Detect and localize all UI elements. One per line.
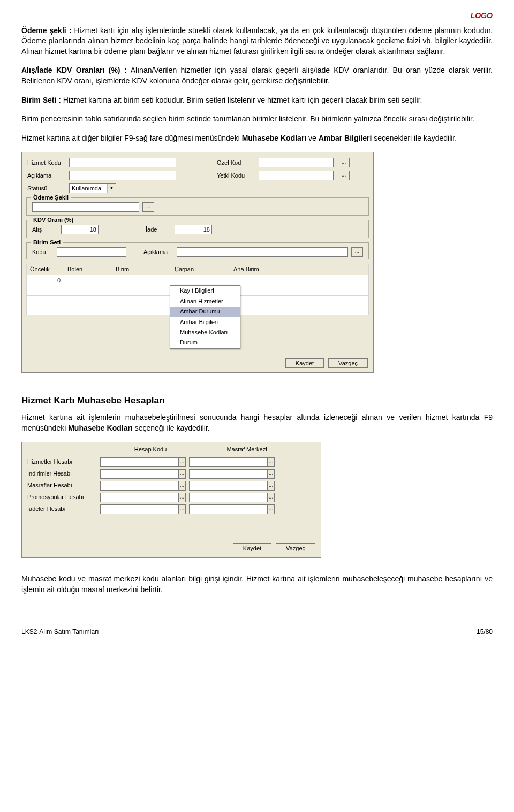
label-iade: İade — [146, 226, 162, 234]
vazgec-button[interactable]: Vazgeç — [328, 358, 368, 368]
s2-b: Muhasebe Kodları — [68, 424, 133, 432]
menu-item-durum[interactable]: Durum — [170, 338, 240, 348]
masraflar-hesap-input[interactable] — [100, 481, 178, 491]
paragraph-birim-seti: Birim Seti : Hizmet kartına ait birim se… — [21, 95, 493, 106]
odeme-sekli-group: Ödeme Şekli ... — [26, 197, 369, 216]
lead-kdv-oranlari: Alış/İade KDV Oranları (%) : — [21, 66, 131, 74]
legend-odeme-sekli: Ödeme Şekli — [31, 194, 71, 202]
row-label-hizmetler: Hizmetler Hesabı — [27, 458, 97, 466]
indirimler-masraf-input[interactable] — [189, 469, 267, 479]
kdv-orani-group: KDV Oranı (%) Alış İade — [26, 220, 369, 238]
yetki-kodu-lookup-button[interactable]: ... — [338, 171, 350, 180]
th-oncelik: Öncelik — [27, 264, 64, 275]
paragraph-muhasebe-intro: Hizmet kartına ait işlemlerin muhasebele… — [21, 412, 493, 433]
legend-kdv-orani: KDV Oranı (%) — [31, 216, 75, 224]
iadeler-hesap-input[interactable] — [100, 504, 178, 514]
promosyonlar-hesap-lookup[interactable]: ... — [178, 493, 186, 502]
ozel-kod-lookup-button[interactable]: ... — [338, 158, 350, 167]
birim-lookup-button[interactable]: ... — [351, 247, 363, 257]
odeme-sekli-input[interactable] — [32, 202, 139, 212]
birim-kodu-input[interactable] — [57, 247, 126, 257]
row-label-indirimler: İndirimler Hesabı — [27, 470, 97, 478]
s2-c: seçeneği ile kaydedilir. — [133, 424, 210, 432]
paragraph-f9-menu: Hizmet kartına ait diğer bilgiler F9-sağ… — [21, 133, 493, 144]
label-kodu: Kodu — [32, 248, 54, 256]
lead-odeme-sekli: Ödeme şekli : — [21, 26, 74, 35]
menu-item-muhasebe-kodlari[interactable]: Muhasebe Kodları — [170, 327, 240, 338]
p5-b: Muhasebe Kodları — [242, 134, 307, 142]
acc-vazgec-button[interactable]: Vazgeç — [276, 543, 315, 553]
footer-page: 15/80 — [477, 627, 493, 637]
masraflar-masraf-input[interactable] — [189, 481, 267, 491]
th-bolen: Bölen — [64, 264, 112, 275]
kaydet-button[interactable]: Kaydet — [285, 358, 324, 368]
muhasebe-kodlari-dialog: Hesap Kodu Masraf Merkezi Hizmetler Hesa… — [21, 442, 321, 558]
th-ana-birim: Ana Birim — [230, 264, 369, 275]
iade-input[interactable] — [175, 225, 212, 234]
label-yetki-kodu: Yetki Kodu — [217, 172, 254, 180]
p5-c: ve — [306, 134, 319, 142]
indirimler-hesap-lookup[interactable]: ... — [178, 469, 186, 479]
text-birim-seti: Hizmet kartına ait birim seti kodudur. B… — [63, 96, 422, 104]
hizmetler-hesap-input[interactable] — [100, 457, 178, 467]
acc-kaydet-button[interactable]: Kaydet — [233, 543, 271, 553]
statusu-dropdown[interactable]: Kullanımda ▼ — [69, 183, 116, 193]
label-statusu: Statüsü — [27, 185, 65, 193]
menu-item-ambar-bilgileri[interactable]: Ambar Bilgileri — [170, 317, 240, 327]
row-label-promosyonlar: Promosyonlar Hesabı — [27, 493, 97, 501]
header-masraf-merkezi: Masraf Merkezi — [199, 446, 295, 454]
masraflar-hesap-lookup[interactable]: ... — [178, 481, 186, 491]
cell-oncelik: 0 — [27, 275, 64, 286]
text-odeme-sekli: Hizmet kartı için alış işlemlerinde süre… — [21, 26, 493, 56]
menu-item-kayit-bilgileri[interactable]: Kayıt Bilgileri — [170, 286, 240, 296]
kaydet-rest: aydet — [299, 360, 314, 366]
context-menu[interactable]: Kayıt Bilgileri Alınan Hizmetler Ambar D… — [170, 285, 240, 348]
iadeler-masraf-input[interactable] — [189, 504, 267, 514]
yetki-kodu-input[interactable] — [259, 171, 334, 180]
hizmetler-hesap-lookup[interactable]: ... — [178, 457, 186, 467]
paragraph-birim-penceresi: Birim penceresinin tablo satırlarında se… — [21, 114, 493, 125]
hizmetler-masraf-input[interactable] — [189, 457, 267, 467]
th-birim: Birim — [112, 264, 171, 275]
promosyonlar-hesap-input[interactable] — [100, 493, 178, 502]
hizmetler-masraf-lookup[interactable]: ... — [267, 457, 275, 467]
brand-logo: LOGO — [21, 11, 493, 21]
label-aciklama2: Açıklama — [143, 248, 173, 256]
header-hesap-kodu: Hesap Kodu — [102, 446, 199, 454]
p5-d: Ambar Bilgileri — [319, 134, 372, 142]
p5-a: Hizmet kartına ait diğer bilgiler F9-sağ… — [21, 134, 242, 142]
footer-left: LKS2-Alım Satım Tanımları — [21, 627, 99, 637]
label-alis: Alış — [32, 226, 48, 234]
hizmet-kodu-input[interactable] — [69, 158, 176, 167]
row-label-iadeler: İadeler Hesabı — [27, 505, 97, 513]
aciklama-input[interactable] — [69, 171, 176, 180]
label-aciklama: Açıklama — [27, 172, 65, 180]
hizmet-karti-dialog: Hizmet Kodu Özel Kod ... Açıklama Yetki … — [21, 152, 374, 373]
th-carpan: Çarpan — [171, 264, 230, 275]
paragraph-kdv-oranlari: Alış/İade KDV Oranları (%) : Alınan/Veri… — [21, 65, 493, 86]
ozel-kod-input[interactable] — [259, 158, 334, 167]
iadeler-hesap-lookup[interactable]: ... — [178, 504, 186, 514]
odeme-sekli-lookup-button[interactable]: ... — [142, 202, 154, 212]
label-hizmet-kodu: Hizmet Kodu — [27, 159, 65, 167]
alis-input[interactable] — [61, 225, 99, 234]
promosyonlar-masraf-lookup[interactable]: ... — [267, 493, 275, 502]
paragraph-muhasebe-detail: Muhasebe kodu ve masraf merkezi kodu ala… — [21, 574, 493, 595]
lead-birim-seti: Birim Seti : — [21, 96, 63, 104]
indirimler-masraf-lookup[interactable]: ... — [267, 469, 275, 479]
paragraph-odeme-sekli: Ödeme şekli : Hizmet kartı için alış işl… — [21, 26, 493, 57]
birim-seti-group: Birim Seti Kodu Açıklama ... — [26, 242, 369, 259]
menu-item-alinan-hizmetler[interactable]: Alınan Hizmetler — [170, 296, 240, 307]
birim-aciklama-input[interactable] — [177, 247, 348, 257]
label-ozel-kod: Özel Kod — [217, 159, 254, 167]
iadeler-masraf-lookup[interactable]: ... — [267, 504, 275, 514]
indirimler-hesap-input[interactable] — [100, 469, 178, 479]
vazgec-rest: azgeç — [342, 360, 358, 366]
section-title-muhasebe: Hizmet Kartı Muhasebe Hesapları — [21, 394, 493, 407]
masraflar-masraf-lookup[interactable]: ... — [267, 481, 275, 491]
table-row[interactable]: 0 — [27, 275, 369, 286]
legend-birim-seti: Birim Seti — [31, 239, 63, 247]
menu-item-ambar-durumu[interactable]: Ambar Durumu — [170, 307, 240, 317]
statusu-value: Kullanımda — [70, 185, 107, 193]
promosyonlar-masraf-input[interactable] — [189, 493, 267, 502]
